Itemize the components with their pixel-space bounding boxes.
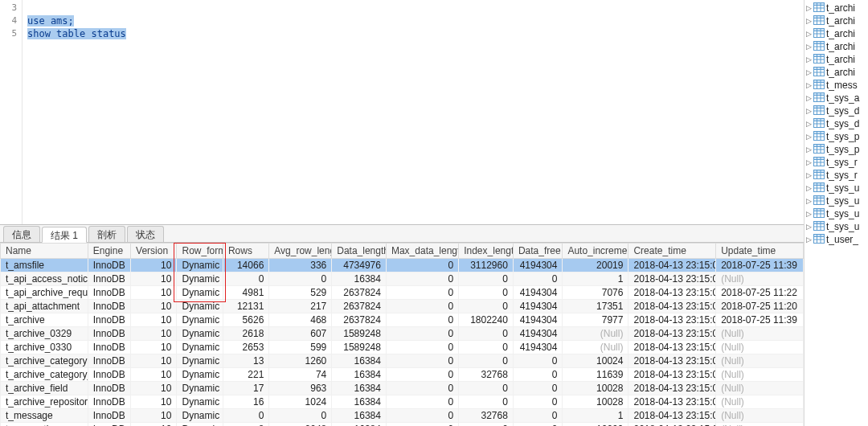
- cell-Avg_row_length[interactable]: 74: [269, 368, 332, 382]
- cell-Rows[interactable]: 12131: [223, 300, 268, 313]
- cell-Create_time[interactable]: 2018-04-13 23:15:01: [628, 313, 716, 327]
- cell-Update_time[interactable]: (Null): [716, 395, 804, 409]
- cell-Create_time[interactable]: 2018-04-13 23:15:02: [628, 368, 716, 382]
- cell-Engine[interactable]: InnoDB: [88, 300, 130, 313]
- cell-Rows[interactable]: 13: [223, 354, 268, 368]
- col-header-Update_time[interactable]: Update_time: [716, 244, 804, 259]
- cell-Update_time[interactable]: (Null): [716, 354, 804, 368]
- cell-Data_length[interactable]: 2637824: [332, 286, 387, 300]
- cell-Row_format[interactable]: Dynamic: [177, 341, 223, 354]
- cell-Rows[interactable]: 5626: [223, 313, 268, 327]
- cell-Auto_increment[interactable]: 7977: [563, 313, 628, 327]
- cell-Index_length[interactable]: 3112960: [459, 259, 514, 272]
- tree-item[interactable]: ▷t_sys_d: [805, 117, 868, 130]
- tree-item[interactable]: ▷t_archi: [805, 27, 868, 40]
- cell-Avg_row_length[interactable]: 607: [269, 327, 332, 341]
- cell-Name[interactable]: t_sys_action: [1, 423, 88, 427]
- table-row[interactable]: t_archiveInnoDB10Dynamic5626468263782401…: [1, 313, 804, 327]
- cell-Rows[interactable]: 16: [223, 395, 268, 409]
- object-tree[interactable]: ▷t_archi▷t_archi▷t_archi▷t_archi▷t_archi…: [804, 0, 868, 426]
- cell-Auto_increment[interactable]: 7076: [563, 286, 628, 300]
- cell-Avg_row_length[interactable]: 0: [269, 409, 332, 423]
- cell-Rows[interactable]: 2618: [223, 327, 268, 341]
- col-header-Data_length[interactable]: Data_length: [332, 244, 387, 259]
- code-line[interactable]: show table status: [27, 27, 799, 40]
- cell-Index_length[interactable]: 0: [459, 354, 514, 368]
- cell-Version[interactable]: 10: [131, 272, 177, 286]
- cell-Auto_increment[interactable]: 11639: [563, 368, 628, 382]
- cell-Max_data_length[interactable]: 0: [386, 259, 458, 272]
- table-row[interactable]: t_archive_category_fieldInnoDB10Dynamic2…: [1, 368, 804, 382]
- col-header-Data_free[interactable]: Data_free: [513, 244, 563, 259]
- cell-Data_length[interactable]: 16384: [332, 409, 387, 423]
- tree-caret-icon[interactable]: ▷: [806, 120, 813, 128]
- tree-item[interactable]: ▷t_user_: [805, 233, 868, 246]
- cell-Data_free[interactable]: 4194304: [513, 313, 563, 327]
- cell-Name[interactable]: t_api_attachment: [1, 300, 88, 313]
- cell-Row_format[interactable]: Dynamic: [177, 409, 223, 423]
- cell-Data_length[interactable]: 16384: [332, 423, 387, 427]
- table-row[interactable]: t_archive_repositoryInnoDB10Dynamic16102…: [1, 395, 804, 409]
- cell-Create_time[interactable]: 2018-04-13 23:15:02: [628, 395, 716, 409]
- cell-Index_length[interactable]: 0: [459, 286, 514, 300]
- cell-Avg_row_length[interactable]: 529: [269, 286, 332, 300]
- cell-Row_format[interactable]: Dynamic: [177, 272, 223, 286]
- cell-Data_free[interactable]: 0: [513, 272, 563, 286]
- cell-Name[interactable]: t_amsfile: [1, 259, 88, 272]
- table-row[interactable]: t_messageInnoDB10Dynamic0016384032768012…: [1, 409, 804, 423]
- table-row[interactable]: t_archive_0329InnoDB10Dynamic26186071589…: [1, 327, 804, 341]
- col-header-Index_length[interactable]: Index_length: [459, 244, 514, 259]
- cell-Update_time[interactable]: (Null): [716, 368, 804, 382]
- col-header-Rows[interactable]: Rows: [223, 244, 268, 259]
- table-row[interactable]: t_archive_categoryInnoDB10Dynamic1312601…: [1, 354, 804, 368]
- sql-editor[interactable]: 345 use ams;show table status: [0, 0, 804, 225]
- col-header-Max_data_length[interactable]: Max_data_length: [386, 244, 458, 259]
- cell-Auto_increment[interactable]: 10024: [563, 354, 628, 368]
- cell-Rows[interactable]: 14066: [223, 259, 268, 272]
- cell-Engine[interactable]: InnoDB: [88, 423, 130, 427]
- col-header-Version[interactable]: Version: [131, 244, 177, 259]
- cell-Engine[interactable]: InnoDB: [88, 395, 130, 409]
- cell-Index_length[interactable]: 0: [459, 382, 514, 395]
- cell-Data_free[interactable]: 0: [513, 409, 563, 423]
- cell-Data_length[interactable]: 16384: [332, 354, 387, 368]
- cell-Create_time[interactable]: 2018-04-13 23:15:02: [628, 382, 716, 395]
- cell-Update_time[interactable]: (Null): [716, 423, 804, 427]
- cell-Data_length[interactable]: 16384: [332, 395, 387, 409]
- col-header-Name[interactable]: Name: [1, 244, 88, 259]
- cell-Data_free[interactable]: 0: [513, 354, 563, 368]
- cell-Rows[interactable]: 4981: [223, 286, 268, 300]
- cell-Row_format[interactable]: Dynamic: [177, 286, 223, 300]
- cell-Max_data_length[interactable]: 0: [386, 313, 458, 327]
- tree-item[interactable]: ▷t_archi: [805, 14, 868, 27]
- cell-Version[interactable]: 10: [131, 368, 177, 382]
- cell-Update_time[interactable]: (Null): [716, 272, 804, 286]
- tree-caret-icon[interactable]: ▷: [806, 158, 813, 166]
- cell-Name[interactable]: t_archive: [1, 313, 88, 327]
- cell-Data_length[interactable]: 4734976: [332, 259, 387, 272]
- cell-Max_data_length[interactable]: 0: [386, 409, 458, 423]
- cell-Auto_increment[interactable]: 20019: [563, 259, 628, 272]
- cell-Index_length[interactable]: 0: [459, 395, 514, 409]
- cell-Row_format[interactable]: Dynamic: [177, 300, 223, 313]
- cell-Row_format[interactable]: Dynamic: [177, 327, 223, 341]
- cell-Data_length[interactable]: 2637824: [332, 300, 387, 313]
- cell-Update_time[interactable]: 2018-07-25 11:20: [716, 300, 804, 313]
- cell-Name[interactable]: t_api_archive_request: [1, 286, 88, 300]
- table-row[interactable]: t_sys_actionInnoDB10Dynamic8204816384000…: [1, 423, 804, 427]
- cell-Max_data_length[interactable]: 0: [386, 423, 458, 427]
- col-header-Avg_row_length[interactable]: Avg_row_length: [269, 244, 332, 259]
- cell-Version[interactable]: 10: [131, 423, 177, 427]
- tree-item[interactable]: ▷t_archi: [805, 53, 868, 66]
- table-row[interactable]: t_archive_0330InnoDB10Dynamic26535991589…: [1, 341, 804, 354]
- cell-Index_length[interactable]: 32768: [459, 368, 514, 382]
- tab-1[interactable]: 结果 1: [42, 227, 87, 243]
- cell-Update_time[interactable]: (Null): [716, 409, 804, 423]
- cell-Avg_row_length[interactable]: 2048: [269, 423, 332, 427]
- tree-caret-icon[interactable]: ▷: [806, 197, 813, 205]
- cell-Create_time[interactable]: 2018-04-13 23:15:01: [628, 300, 716, 313]
- table-row[interactable]: t_amsfileInnoDB10Dynamic1406633647349760…: [1, 259, 804, 272]
- cell-Max_data_length[interactable]: 0: [386, 368, 458, 382]
- tree-item[interactable]: ▷t_sys_u: [805, 182, 868, 195]
- cell-Engine[interactable]: InnoDB: [88, 382, 130, 395]
